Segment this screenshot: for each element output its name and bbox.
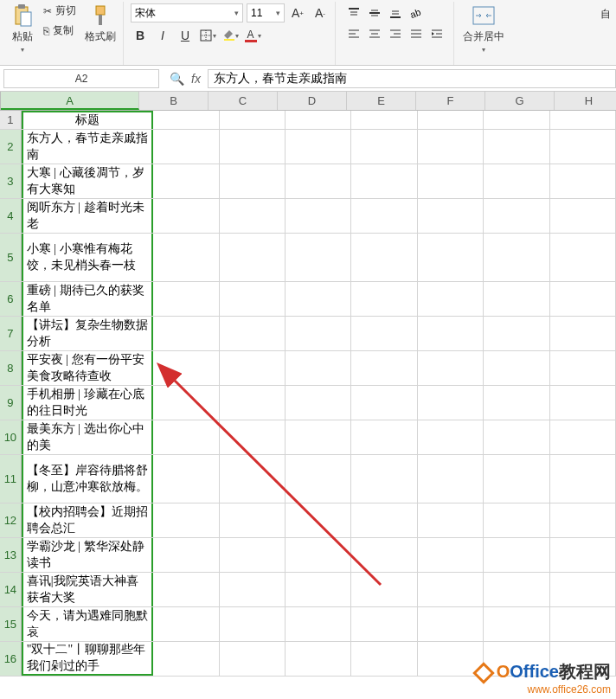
cell[interactable] (220, 642, 286, 676)
cell[interactable] (418, 607, 484, 641)
cell[interactable] (484, 199, 549, 233)
cell[interactable]: 小寒 | 小寒惟有梅花饺，未见梢头春一枝 (22, 234, 153, 281)
cell[interactable]: 标题 (22, 111, 153, 129)
align-right-button[interactable] (386, 24, 405, 43)
italic-button[interactable]: I (153, 26, 172, 45)
auto-wrap-button[interactable]: 自 (597, 5, 614, 23)
cell[interactable] (286, 607, 351, 641)
cell[interactable] (550, 317, 616, 350)
column-header-A[interactable]: A (1, 92, 139, 110)
cell[interactable] (286, 111, 351, 129)
row-header[interactable]: 12 (0, 503, 22, 537)
cell[interactable] (418, 199, 484, 233)
cell[interactable] (550, 455, 616, 503)
cell[interactable] (550, 199, 616, 233)
merge-center-button[interactable]: 合并居中 ▾ (459, 2, 508, 55)
cell[interactable] (484, 573, 549, 606)
align-middle-button[interactable] (365, 3, 384, 22)
cell[interactable] (418, 351, 484, 385)
cell[interactable] (484, 420, 549, 454)
cell[interactable] (220, 386, 286, 420)
cell[interactable] (153, 607, 219, 641)
cell[interactable] (550, 282, 616, 316)
cell[interactable] (153, 111, 219, 129)
formula-input[interactable] (208, 69, 616, 88)
cell[interactable] (351, 420, 417, 454)
cell[interactable] (351, 199, 417, 233)
row-header[interactable]: 5 (0, 234, 22, 281)
cell[interactable] (550, 420, 616, 454)
format-painter-button[interactable]: 格式刷 (81, 2, 119, 46)
cell[interactable]: 阅听东方 | 趁着时光未老 (22, 199, 153, 233)
cell[interactable] (418, 282, 484, 316)
column-header-E[interactable]: E (347, 92, 416, 110)
cell[interactable] (153, 164, 219, 198)
row-header[interactable]: 2 (0, 130, 22, 164)
justify-button[interactable] (407, 24, 426, 43)
cell[interactable] (550, 538, 616, 572)
cell[interactable] (153, 130, 219, 164)
cell[interactable] (286, 282, 351, 316)
row-header[interactable]: 16 (0, 642, 22, 676)
cell[interactable] (484, 538, 549, 572)
cell[interactable] (484, 234, 549, 281)
cell[interactable] (153, 538, 219, 572)
cell[interactable] (153, 503, 219, 537)
cell[interactable]: 重磅 | 期待已久的获奖名单 (22, 282, 153, 316)
cell[interactable] (418, 455, 484, 503)
align-bottom-button[interactable] (386, 3, 405, 22)
cell[interactable] (153, 386, 219, 420)
cell[interactable] (286, 642, 351, 676)
align-top-button[interactable] (344, 3, 363, 22)
cell[interactable] (550, 573, 616, 606)
cell[interactable] (550, 234, 616, 281)
cut-button[interactable]: ✂ 剪切 (40, 2, 80, 20)
cell[interactable] (351, 642, 417, 676)
cell[interactable] (153, 573, 219, 606)
cell[interactable] (418, 130, 484, 164)
cell[interactable] (220, 607, 286, 641)
cell[interactable] (220, 420, 286, 454)
bold-button[interactable]: B (131, 26, 150, 45)
cell[interactable] (351, 130, 417, 164)
cell[interactable] (351, 386, 417, 420)
cell[interactable] (418, 420, 484, 454)
cell[interactable] (351, 317, 417, 350)
cell[interactable]: 【冬至】岸容待腊将舒柳，山意冲寒欲放梅。 (22, 455, 153, 503)
cell[interactable] (153, 199, 219, 233)
cell[interactable]: 【校内招聘会】近期招聘会总汇 (22, 503, 153, 537)
cell[interactable]: 今天，请为遇难同胞默哀 (22, 607, 153, 641)
cell[interactable] (220, 111, 286, 129)
cell[interactable] (286, 351, 351, 385)
cell[interactable] (418, 538, 484, 572)
cell[interactable] (550, 386, 616, 420)
cell[interactable] (286, 317, 351, 350)
column-header-F[interactable]: F (416, 92, 485, 110)
underline-button[interactable]: U (176, 26, 195, 45)
cell[interactable] (351, 234, 417, 281)
cell[interactable] (418, 317, 484, 350)
cell[interactable] (550, 351, 616, 385)
cell[interactable] (286, 130, 351, 164)
column-header-G[interactable]: G (485, 92, 555, 110)
row-header[interactable]: 15 (0, 607, 22, 641)
cell[interactable] (550, 503, 616, 537)
row-header[interactable]: 4 (0, 199, 22, 233)
cell[interactable]: 平安夜 | 您有一份平安美食攻略待查收 (22, 351, 153, 385)
cell[interactable] (220, 282, 286, 316)
decrease-font-button[interactable]: A- (311, 3, 330, 22)
cell[interactable] (220, 164, 286, 198)
cell[interactable] (351, 455, 417, 503)
cell[interactable]: 东方人，春节走亲戚指南 (22, 130, 153, 164)
row-header[interactable]: 13 (0, 538, 22, 572)
cell[interactable] (286, 199, 351, 233)
cell[interactable] (351, 503, 417, 537)
cell[interactable] (484, 351, 549, 385)
cell[interactable] (286, 386, 351, 420)
cell[interactable] (220, 317, 286, 350)
cell[interactable] (220, 455, 286, 503)
cell[interactable]: 【讲坛】复杂生物数据分析 (22, 317, 153, 350)
cell[interactable] (484, 164, 549, 198)
cell[interactable] (418, 386, 484, 420)
copy-button[interactable]: ⎘ 复制 (40, 22, 80, 40)
